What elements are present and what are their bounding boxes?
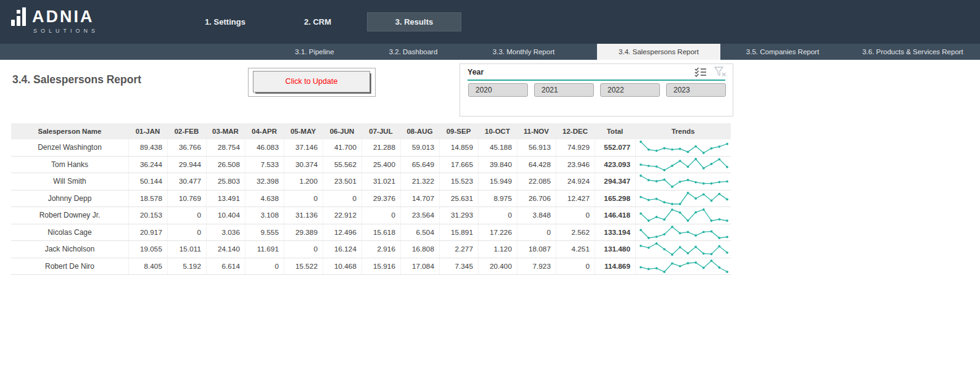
tab-companies-report[interactable]: 3.5. Companies Report (727, 44, 839, 60)
month-value: 23.564 (400, 207, 439, 224)
month-value: 26.706 (517, 190, 556, 207)
slicer-option-2020[interactable]: 2020 (468, 83, 528, 97)
topnav-item-results[interactable]: 3. Results (367, 12, 461, 31)
trend-cell (635, 258, 731, 275)
slicer-option-2021[interactable]: 2021 (534, 83, 594, 97)
total-value: 552.077 (595, 139, 635, 156)
month-value: 37.146 (284, 139, 323, 156)
month-value: 15.011 (167, 241, 206, 258)
month-value: 50.144 (128, 173, 167, 190)
month-value: 0 (556, 207, 595, 224)
table-row: Tom Hanks 36.244 29.944 26.508 7.533 30.… (11, 157, 731, 174)
month-value: 0 (556, 258, 595, 275)
total-value: 133.194 (595, 224, 635, 241)
trend-cell (635, 157, 731, 173)
month-value: 55.562 (323, 157, 361, 173)
month-value: 18.087 (517, 241, 556, 258)
month-value: 7.345 (439, 258, 478, 275)
tab-pipeline[interactable]: 3.1. Pipeline (265, 44, 364, 60)
month-value: 31.021 (361, 173, 400, 190)
month-value: 22.085 (517, 173, 556, 190)
brand-name: ADNIA (32, 7, 99, 26)
brand-subtitle: SOLUTIONS (32, 28, 99, 34)
month-value: 8.975 (478, 190, 517, 207)
month-value: 7.923 (517, 258, 556, 275)
month-value: 23.501 (323, 173, 361, 190)
tab-salespersons-report[interactable]: 3.4. Salespersons Report (597, 44, 720, 60)
month-value: 6.504 (400, 224, 439, 241)
month-value: 6.614 (206, 258, 245, 275)
page-title: 3.4. Salespersons Report (12, 73, 141, 86)
month-value: 30.477 (167, 173, 206, 190)
slicer-option-2022[interactable]: 2022 (600, 83, 660, 97)
slicer-title: Year (467, 68, 484, 76)
month-value: 0 (284, 190, 323, 207)
trend-cell (635, 241, 731, 258)
month-value: 45.188 (478, 139, 517, 156)
tab-monthly-report[interactable]: 3.3. Monthly Report (467, 44, 580, 60)
month-value: 20.917 (128, 224, 167, 241)
month-value: 3.848 (517, 207, 556, 224)
month-value: 2.562 (556, 224, 595, 241)
month-value: 19.055 (128, 241, 167, 258)
topnav-item-settings[interactable]: 1. Settings (185, 0, 265, 44)
month-value: 8.405 (128, 258, 167, 275)
column-header-month: 06-JUN (323, 123, 361, 139)
month-value: 1.200 (284, 173, 323, 190)
month-value: 89.438 (128, 139, 167, 156)
trend-cell (635, 173, 731, 190)
total-value: 146.418 (595, 207, 635, 224)
month-value: 65.649 (400, 157, 439, 173)
month-value: 12.427 (556, 190, 595, 207)
month-value: 2.277 (439, 241, 478, 258)
year-slicer: Year 2020 2021 2022 2023 (459, 63, 733, 117)
month-value: 56.913 (517, 139, 556, 156)
table-row: Jack Nicholson 19.055 15.011 24.140 11.6… (11, 241, 731, 258)
month-value: 29.376 (361, 190, 400, 207)
slicer-option-2023[interactable]: 2023 (666, 83, 726, 97)
trend-sparkline (638, 224, 730, 240)
update-button-frame: Click to Update (248, 68, 376, 97)
month-value: 16.808 (400, 241, 439, 258)
trend-cell (635, 224, 731, 241)
topnav-item-crm[interactable]: 2. CRM (281, 0, 355, 44)
tab-products-services-report[interactable]: 3.6. Products & Services Report (846, 44, 979, 60)
column-header-month: 02-FEB (167, 123, 206, 139)
salesperson-name: Nicolas Cage (11, 224, 128, 241)
month-value: 0 (245, 258, 284, 275)
column-header-total: Total (595, 123, 635, 139)
month-value: 24.924 (556, 173, 595, 190)
table-row: Robert De Niro 8.405 5.192 6.614 0 15.52… (11, 258, 731, 276)
table-header-row: Salesperson Name 01-JAN 02-FEB 03-MAR 04… (11, 123, 731, 139)
month-value: 25.400 (361, 157, 400, 173)
clear-filter-icon[interactable] (714, 67, 727, 77)
month-value: 25.803 (206, 173, 245, 190)
month-value: 0 (478, 207, 517, 224)
column-header-month: 09-SEP (439, 123, 478, 139)
trend-sparkline (638, 258, 730, 274)
month-value: 17.665 (439, 157, 478, 173)
month-value: 31.136 (284, 207, 323, 224)
table-row: Denzel Washington 89.438 36.766 28.754 4… (11, 139, 731, 157)
slicer-options: 2020 2021 2022 2023 (468, 83, 726, 97)
salesperson-name: Tom Hanks (11, 157, 128, 173)
trend-sparkline (638, 207, 730, 223)
trend-cell (635, 207, 731, 224)
table-row: Nicolas Cage 20.917 0 3.036 9.555 29.389… (11, 224, 731, 242)
tab-dashboard[interactable]: 3.2. Dashboard (365, 44, 461, 60)
month-value: 13.491 (206, 190, 245, 207)
column-header-month: 04-APR (245, 123, 284, 139)
update-button[interactable]: Click to Update (253, 71, 370, 92)
trend-sparkline (638, 157, 730, 173)
salesperson-name: Robert De Niro (11, 258, 128, 275)
table-row: Johnny Depp 18.578 10.769 13.491 4.638 0… (11, 190, 731, 208)
trend-cell (635, 139, 731, 156)
column-header-name: Salesperson Name (11, 123, 128, 139)
month-value: 29.944 (167, 157, 206, 173)
month-value: 14.859 (439, 139, 478, 156)
table-row: Will Smith 50.144 30.477 25.803 32.398 1… (11, 173, 731, 190)
month-value: 15.916 (361, 258, 400, 275)
month-value: 25.631 (439, 190, 478, 207)
trend-cell (635, 190, 731, 207)
multi-select-icon[interactable] (694, 67, 707, 77)
